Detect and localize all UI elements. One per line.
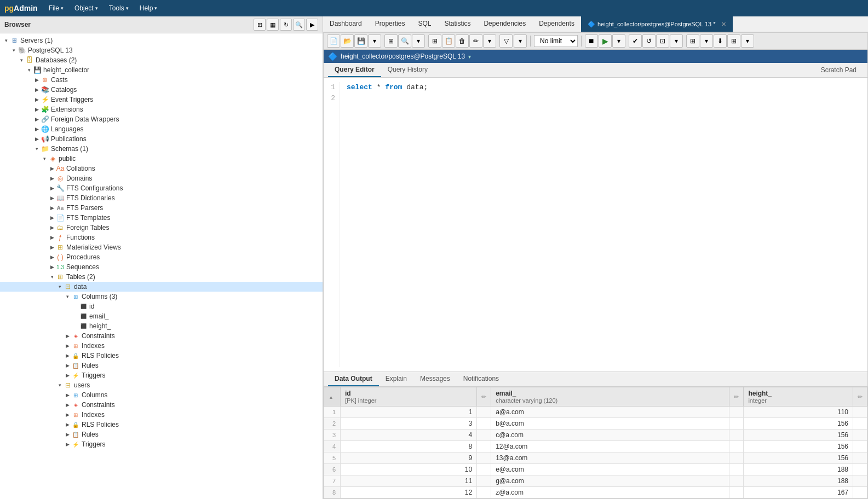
toggle-fdw[interactable]: ▶ bbox=[33, 115, 41, 123]
toggle-rules-data[interactable]: ▶ bbox=[64, 362, 71, 369]
toggle-fts-parsers[interactable]: ▶ bbox=[48, 204, 56, 212]
tree-item-columns-data[interactable]: ▾ ⊞ Columns (3) bbox=[0, 292, 323, 301]
tree-item-collations[interactable]: ▶ Āa Collations bbox=[0, 164, 323, 173]
refresh-btn[interactable]: ↻ bbox=[280, 19, 292, 31]
tab-data-output[interactable]: Data Output bbox=[328, 372, 379, 386]
toggle-domains[interactable]: ▶ bbox=[48, 175, 56, 182]
sql-btn[interactable]: ▦ bbox=[267, 19, 279, 31]
code-content[interactable]: select * from data; bbox=[340, 82, 867, 367]
toggle-functions[interactable]: ▶ bbox=[48, 234, 56, 241]
tree-item-fdw[interactable]: ▶ 🔗 Foreign Data Wrappers bbox=[0, 114, 323, 124]
tree-item-columns-users[interactable]: ▶ ⊞ Columns bbox=[0, 390, 323, 400]
grid-dropdown-btn[interactable]: ▾ bbox=[741, 34, 754, 48]
delete-btn[interactable]: 🗑 bbox=[456, 34, 469, 48]
col-header-email[interactable]: email_ character varying (120) bbox=[491, 387, 729, 407]
tree-item-catalogs[interactable]: ▶ 📚 Catalogs bbox=[0, 85, 323, 95]
tree-item-constraints-users[interactable]: ▶ ◈ Constraints bbox=[0, 400, 323, 410]
tab-dashboard[interactable]: Dashboard bbox=[323, 16, 369, 32]
tab-dependents[interactable]: Dependents bbox=[532, 16, 581, 32]
tree-item-event-triggers[interactable]: ▶ ⚡ Event Triggers bbox=[0, 95, 323, 105]
tree-item-publications[interactable]: ▶ 📢 Publications bbox=[0, 134, 323, 144]
tree-item-col-height[interactable]: ▶ ⬛ height_ bbox=[0, 321, 323, 331]
toggle-collations[interactable]: ▶ bbox=[48, 165, 56, 172]
toggle-extensions[interactable]: ▶ bbox=[33, 106, 41, 113]
toggle-databases[interactable]: ▾ bbox=[18, 56, 25, 64]
tree-item-rules-data[interactable]: ▶ 📋 Rules bbox=[0, 361, 323, 370]
tree-item-databases[interactable]: ▾ 🗄 Databases (2) bbox=[0, 55, 323, 65]
tree-item-data-table[interactable]: ▾ ⊟ data bbox=[0, 282, 323, 292]
tree-item-indexes-users[interactable]: ▶ ⊞ Indexes bbox=[0, 410, 323, 420]
toggle-columns-users[interactable]: ▶ bbox=[64, 391, 71, 399]
tree-item-users-table[interactable]: ▾ ⊟ users bbox=[0, 380, 323, 390]
table-row[interactable]: 8 12 z@a.com 167 bbox=[324, 487, 867, 498]
filter-btn[interactable]: 🔍 bbox=[293, 19, 305, 31]
col-header-height-edit[interactable]: ✏ bbox=[853, 387, 867, 407]
tree-item-triggers-data[interactable]: ▶ ⚡ Triggers bbox=[0, 370, 323, 380]
toggle-indexes-data[interactable]: ▶ bbox=[64, 342, 71, 350]
toggle-event-triggers[interactable]: ▶ bbox=[33, 96, 41, 103]
tree-item-col-id[interactable]: ▶ ⬛ id bbox=[0, 301, 323, 311]
add-row-btn[interactable]: ⊞ bbox=[428, 34, 441, 48]
tab-statistics[interactable]: Statistics bbox=[438, 16, 477, 32]
table-row[interactable]: 3 4 c@a.com 156 bbox=[324, 430, 867, 441]
toggle-rls-users[interactable]: ▶ bbox=[64, 421, 71, 428]
table-row[interactable]: 4 8 12@a.com 156 bbox=[324, 441, 867, 452]
toggle-sequences[interactable]: ▶ bbox=[48, 263, 56, 271]
stop-btn[interactable]: ⏹ bbox=[585, 34, 598, 48]
tree-item-fts-parsers[interactable]: ▶ Aa FTS Parsers bbox=[0, 203, 323, 213]
tab-dependencies[interactable]: Dependencies bbox=[477, 16, 532, 32]
toggle-tables[interactable]: ▾ bbox=[48, 273, 56, 281]
menu-tools[interactable]: Tools ▾ bbox=[105, 2, 133, 14]
toggle-casts[interactable]: ▶ bbox=[33, 76, 41, 84]
macro-dropdown-btn[interactable]: ▾ bbox=[700, 34, 713, 48]
tab-properties[interactable]: Properties bbox=[369, 16, 412, 32]
tree-item-height-collector[interactable]: ▾ 💾 height_collector bbox=[0, 65, 323, 75]
view-btn[interactable]: ⊡ bbox=[656, 34, 669, 48]
edit-btn[interactable]: ✏ bbox=[469, 34, 482, 48]
toggle-schemas[interactable]: ▾ bbox=[33, 145, 41, 153]
tab-explain[interactable]: Explain bbox=[379, 372, 413, 386]
tab-sql[interactable]: SQL bbox=[411, 16, 438, 32]
tree-item-foreign-tables[interactable]: ▶ 🗂 Foreign Tables bbox=[0, 223, 323, 233]
view-dropdown-btn[interactable]: ▾ bbox=[670, 34, 683, 48]
tree-item-triggers-users[interactable]: ▶ ⚡ Triggers bbox=[0, 439, 323, 449]
col-header-id-edit[interactable]: ✏ bbox=[477, 387, 491, 407]
toggle-public[interactable]: ▾ bbox=[41, 155, 48, 163]
toggle-rls-data[interactable]: ▶ bbox=[64, 352, 71, 359]
paste-btn[interactable]: 📋 bbox=[442, 34, 455, 48]
tree-item-mat-views[interactable]: ▶ ⊞ Materialized Views bbox=[0, 242, 323, 252]
tab-notifications[interactable]: Notifications bbox=[457, 372, 505, 386]
tree-item-pg13[interactable]: ▾ 🐘 PostgreSQL 13 bbox=[0, 45, 323, 55]
code-editor[interactable]: 1 2 select * from data; bbox=[324, 78, 867, 372]
toggle-foreign-tables[interactable]: ▶ bbox=[48, 224, 56, 231]
toggle-rules-users[interactable]: ▶ bbox=[64, 431, 71, 438]
menu-object[interactable]: Object ▾ bbox=[70, 2, 102, 14]
toggle-indexes-users[interactable]: ▶ bbox=[64, 411, 71, 419]
toggle-triggers-users[interactable]: ▶ bbox=[64, 440, 71, 448]
tree-item-fts-templates[interactable]: ▶ 📄 FTS Templates bbox=[0, 213, 323, 223]
tree-item-col-email[interactable]: ▶ ⬛ email_ bbox=[0, 311, 323, 321]
filter-dropdown-btn[interactable]: ▾ bbox=[514, 34, 527, 48]
copy-btn[interactable]: ⊞ bbox=[384, 34, 398, 48]
tree-item-rules-users[interactable]: ▶ 📋 Rules bbox=[0, 430, 323, 439]
close-query-tab-icon[interactable]: ✕ bbox=[721, 21, 726, 28]
tree-item-fts-config[interactable]: ▶ 🔧 FTS Configurations bbox=[0, 183, 323, 193]
tab-query-history[interactable]: Query History bbox=[381, 63, 434, 77]
tree-item-fts-dict[interactable]: ▶ 📖 FTS Dictionaries bbox=[0, 193, 323, 203]
save-dropdown-btn[interactable]: ▾ bbox=[368, 34, 381, 48]
tree-item-extensions[interactable]: ▶ 🧩 Extensions bbox=[0, 105, 323, 114]
conn-dropdown-icon[interactable]: ▾ bbox=[468, 54, 471, 60]
tab-query-editor-sub[interactable]: Query Editor bbox=[328, 63, 381, 77]
rollback-btn[interactable]: ↺ bbox=[642, 34, 656, 48]
toggle-publications[interactable]: ▶ bbox=[33, 135, 41, 143]
toggle-procedures[interactable]: ▶ bbox=[48, 253, 56, 261]
tree-item-servers[interactable]: ▾ 🖥 Servers (1) bbox=[0, 36, 323, 45]
tree-item-public[interactable]: ▾ ◈ public bbox=[0, 154, 323, 164]
open-file-btn[interactable]: 📂 bbox=[341, 34, 354, 48]
save-btn[interactable]: 💾 bbox=[354, 34, 367, 48]
toggle-users-table[interactable]: ▾ bbox=[56, 381, 64, 389]
tree-item-procedures[interactable]: ▶ ( ) Procedures bbox=[0, 252, 323, 262]
tab-query-editor[interactable]: 🔷 height_collector/postgres@PostgreSQL 1… bbox=[581, 16, 733, 32]
scratch-pad-label[interactable]: Scratch Pad bbox=[814, 63, 863, 77]
toggle-fts-templates[interactable]: ▶ bbox=[48, 214, 56, 222]
